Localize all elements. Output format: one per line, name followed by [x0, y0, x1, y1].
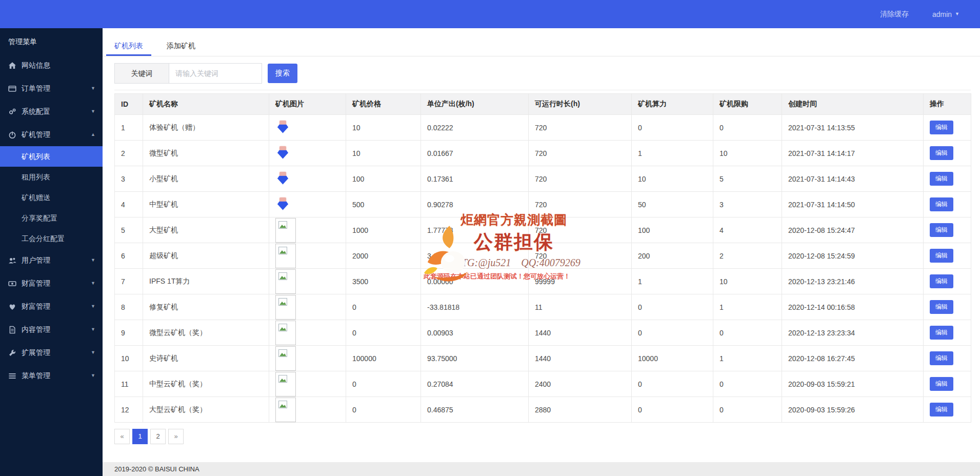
wrench-icon [8, 349, 16, 357]
table-row: 2 微型矿机 10 0.01667 720 1 10 2021-07-31 14… [115, 141, 971, 166]
edit-button[interactable]: 编辑 [930, 172, 953, 186]
cell-price: 1000 [346, 217, 421, 243]
cell-limit: 4 [713, 217, 782, 243]
sidebar-item-content-management[interactable]: 内容管理 ▼ [0, 318, 103, 341]
table-row: 12 大型云矿机（奖） 0 0.46875 2880 0 0 2020-09-0… [115, 397, 971, 423]
miner-table: ID 矿机名称 矿机图片 矿机价格 单位产出(枚/h) 可运行时长(h) 矿机算… [114, 93, 971, 423]
sidebar-item-miner-management[interactable]: 矿机管理 ▲ [0, 123, 103, 146]
edit-button[interactable]: 编辑 [930, 249, 953, 263]
edit-button[interactable]: 编辑 [930, 377, 953, 391]
sidebar-subitem-miner-gift[interactable]: 矿机赠送 [0, 187, 103, 208]
cell-image [269, 346, 346, 371]
divider [114, 90, 971, 90]
tab-add-miner[interactable]: 添加矿机 [158, 38, 204, 56]
sidebar-subitem-miner-list[interactable]: 矿机列表 [0, 146, 103, 167]
search-button[interactable]: 搜索 [268, 64, 297, 83]
money-icon [8, 280, 16, 288]
cell-limit: 0 [713, 371, 782, 397]
sidebar-subitem-union-dividend-config[interactable]: 工会分红配置 [0, 228, 103, 249]
chevron-down-icon: ▼ [91, 281, 95, 286]
user-menu[interactable]: admin ▼ [932, 10, 959, 18]
col-power: 矿机算力 [632, 94, 713, 115]
table-row: 1 体验矿机（赠） 10 0.02222 720 0 0 2021-07-31 … [115, 115, 971, 141]
cell-limit: 0 [713, 320, 782, 346]
cell-image [269, 217, 346, 243]
cell-id: 9 [115, 320, 143, 346]
sidebar-item-site-info[interactable]: 网站信息 [0, 54, 103, 77]
sidebar-subitem-rental-list[interactable]: 租用列表 [0, 167, 103, 187]
edit-button[interactable]: 编辑 [930, 351, 953, 365]
user-name: admin [932, 10, 952, 18]
pagination-prev[interactable]: « [114, 429, 130, 444]
table-row: 5 大型矿机 1000 1.77778 720 100 4 2020-12-08… [115, 217, 971, 243]
cell-duration: 720 [529, 166, 632, 192]
sidebar-item-orders[interactable]: 订单管理 ▼ [0, 77, 103, 100]
miner-image [275, 321, 296, 345]
edit-button[interactable]: 编辑 [930, 403, 953, 417]
table-row: 10 史诗矿机 100000 93.75000 1440 10000 1 202… [115, 346, 971, 371]
sidebar-item-system-config[interactable]: 系统配置 ▼ [0, 100, 103, 123]
edit-button[interactable]: 编辑 [930, 197, 953, 211]
cell-duration: 2880 [529, 397, 632, 423]
sidebar-item-user-management[interactable]: 用户管理 ▼ [0, 249, 103, 272]
sidebar-item-extension-management[interactable]: 扩展管理 ▼ [0, 341, 103, 364]
miner-image [275, 146, 291, 161]
miner-image [275, 346, 296, 371]
cell-created: 2020-09-03 15:59:26 [782, 397, 924, 423]
cell-created: 2020-09-03 15:59:21 [782, 371, 924, 397]
pagination-page-1[interactable]: 1 [132, 429, 148, 444]
edit-button[interactable]: 编辑 [930, 121, 953, 134]
cell-output: 3.69444 [421, 243, 529, 269]
home-icon [8, 62, 16, 70]
cell-duration: 1440 [529, 346, 632, 371]
col-duration: 可运行时长(h) [529, 94, 632, 115]
pagination-next[interactable]: » [168, 429, 184, 444]
cell-power: 0 [632, 320, 713, 346]
table-row: 3 小型矿机 100 0.17361 720 10 5 2021-07-31 1… [115, 166, 971, 192]
tab-miner-list[interactable]: 矿机列表 [106, 38, 151, 56]
cell-power: 0 [632, 294, 713, 320]
cell-limit: 1 [713, 294, 782, 320]
cell-actions: 编辑 [924, 166, 971, 192]
cell-actions: 编辑 [924, 115, 971, 141]
sidebar-subitem-share-reward-config[interactable]: 分享奖配置 [0, 208, 103, 228]
cell-power: 1 [632, 269, 713, 294]
table-row: 11 中型云矿机（奖） 0 0.27084 2400 0 0 2020-09-0… [115, 371, 971, 397]
edit-button[interactable]: 编辑 [930, 300, 953, 314]
chevron-down-icon: ▼ [91, 258, 95, 263]
cell-name: 小型矿机 [143, 166, 269, 192]
edit-button[interactable]: 编辑 [930, 326, 953, 340]
cell-limit: 0 [713, 115, 782, 141]
cell-limit: 2 [713, 243, 782, 269]
table-row: 7 IPFS 1T算力 3500 0.00000 99999 1 10 2020… [115, 269, 971, 294]
cell-image [269, 115, 346, 141]
keyword-input[interactable] [169, 63, 262, 84]
col-price: 矿机价格 [346, 94, 421, 115]
cell-id: 10 [115, 346, 143, 371]
edit-button[interactable]: 编辑 [930, 146, 953, 160]
cell-price: 100000 [346, 346, 421, 371]
col-actions: 操作 [924, 94, 971, 115]
cell-duration: 720 [529, 115, 632, 141]
edit-button[interactable]: 编辑 [930, 223, 953, 237]
sidebar-item-wealth-management-1[interactable]: 财富管理 ▼ [0, 272, 103, 295]
edit-button[interactable]: 编辑 [930, 274, 953, 288]
cell-created: 2020-12-13 23:23:34 [782, 320, 924, 346]
tab-bar: 矿机列表 添加矿机 [103, 38, 980, 56]
cell-price: 0 [346, 397, 421, 423]
cell-limit: 10 [713, 269, 782, 294]
cell-created: 2021-07-31 14:14:43 [782, 166, 924, 192]
cell-limit: 10 [713, 141, 782, 166]
sidebar-item-wealth-management-2[interactable]: 财富管理 ▼ [0, 295, 103, 318]
miner-image [275, 171, 291, 187]
orders-icon [8, 85, 16, 93]
miner-image [275, 269, 296, 294]
cell-name: 微型矿机 [143, 141, 269, 166]
clear-cache-link[interactable]: 清除缓存 [880, 10, 909, 19]
cell-power: 200 [632, 243, 713, 269]
cell-output: 0.00000 [421, 269, 529, 294]
sidebar-item-menu-management[interactable]: 菜单管理 ▼ [0, 364, 103, 387]
col-name: 矿机名称 [143, 94, 269, 115]
pagination-page-2[interactable]: 2 [150, 429, 166, 444]
search-bar: 关键词 搜索 [114, 63, 980, 84]
